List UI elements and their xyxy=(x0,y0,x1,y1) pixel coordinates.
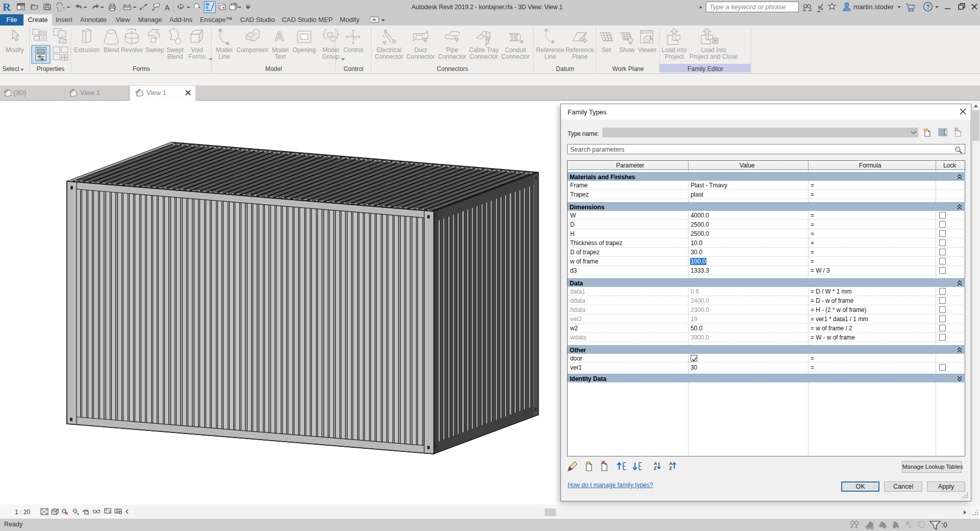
svg-text:1: 1 xyxy=(156,4,158,8)
svg-text:R: R xyxy=(3,1,11,13)
svg-text:Z: Z xyxy=(654,466,657,471)
svg-text:A: A xyxy=(275,29,284,44)
svg-text:martin.stoder: martin.stoder xyxy=(853,3,894,11)
svg-text::0: :0 xyxy=(941,521,947,529)
svg-text:?: ? xyxy=(926,4,930,11)
svg-text:A: A xyxy=(164,3,170,12)
svg-text:Z: Z xyxy=(669,466,672,471)
